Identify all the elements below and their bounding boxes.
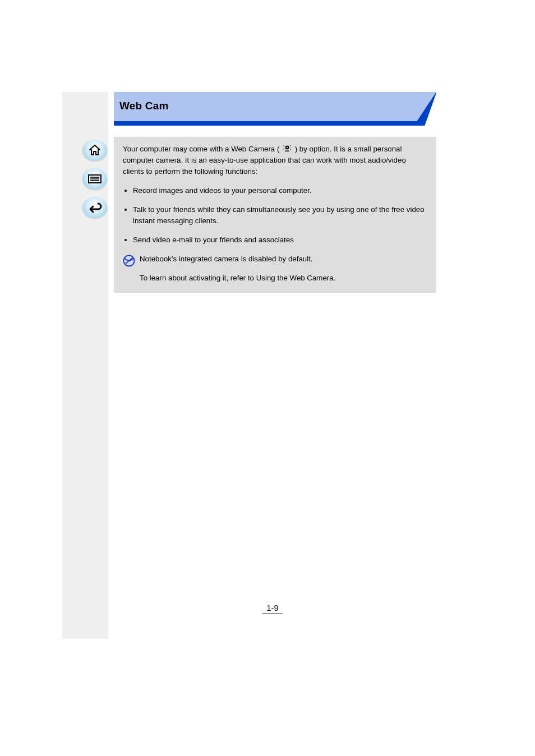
svg-point-5 [287, 146, 288, 147]
note-icon [123, 255, 135, 270]
page-title: Web Cam [119, 100, 169, 112]
nav-index-button[interactable] [82, 168, 107, 190]
svg-point-6 [283, 145, 284, 146]
nav-home-button[interactable] [82, 140, 107, 161]
svg-rect-10 [285, 150, 289, 151]
note-text: Notebook's integrated camera is disabled… [140, 253, 335, 284]
note-line-2-suffix: . [334, 274, 336, 282]
feature-item: Talk to your friends while they can simu… [133, 204, 427, 227]
svg-line-12 [126, 258, 132, 264]
feature-list: Record images and videos to your persona… [123, 185, 427, 246]
svg-point-7 [290, 145, 291, 146]
content-area: Web Cam Your computer may come with a We… [114, 92, 436, 293]
title-bar: Web Cam [114, 92, 436, 126]
page-number: 1-9 [261, 603, 284, 612]
intro-prefix: Your computer may come with a Web Camera… [123, 145, 282, 153]
nav-back-button[interactable] [82, 197, 107, 218]
page-number-underline [262, 614, 283, 614]
intro-paragraph: Your computer may come with a Web Camera… [123, 144, 427, 177]
home-icon [88, 144, 102, 156]
note-block: Notebook's integrated camera is disabled… [123, 253, 427, 284]
feature-item: Send video e-mail to your friends and as… [133, 234, 427, 246]
info-box: Your computer may come with a Web Camera… [114, 137, 436, 293]
feature-item: Record images and videos to your persona… [133, 185, 427, 196]
index-icon [87, 173, 102, 185]
webcam-icon [283, 144, 292, 155]
note-line-2: To learn about activating it, refer to U… [140, 273, 335, 284]
note-line-1: Notebook's integrated camera is disabled… [140, 253, 335, 265]
note-line-2-prefix: To learn about activating it, refer to [140, 274, 256, 282]
webcam-usage-link[interactable]: Using the Web Camera [256, 274, 334, 282]
svg-point-9 [290, 148, 291, 149]
back-icon [87, 201, 102, 214]
svg-point-8 [283, 148, 284, 149]
